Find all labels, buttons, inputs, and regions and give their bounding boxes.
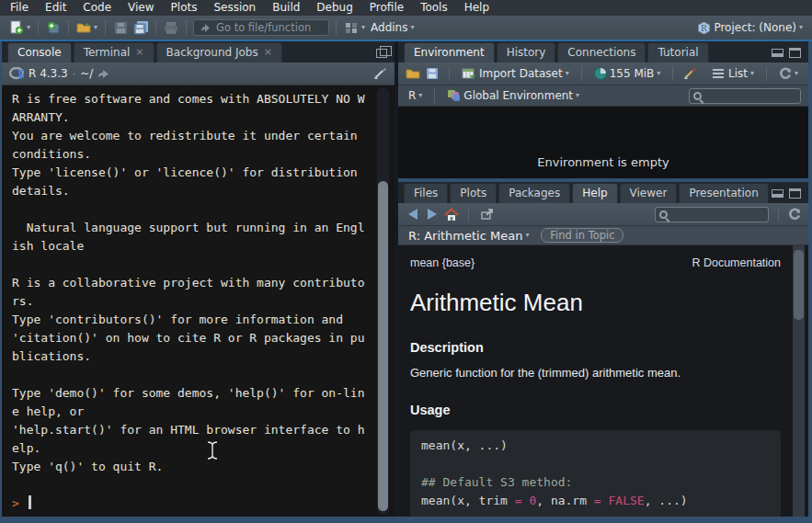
toolbar-separator [672, 66, 673, 81]
import-dataset-button[interactable]: Import Dataset ▾ [459, 63, 572, 84]
close-icon[interactable]: × [135, 48, 143, 57]
toolbar-separator [434, 88, 435, 103]
tab-tutorial[interactable]: Tutorial [647, 42, 708, 63]
r-version-label: R 4.3.3 [29, 67, 68, 80]
menu-build[interactable]: Build [264, 0, 308, 16]
minimize-pane-icon[interactable] [772, 49, 783, 57]
print-button[interactable] [161, 17, 181, 38]
tab-files[interactable]: Files [404, 183, 448, 203]
console-line: 'help.start()' for an HTML browser inter… [12, 421, 372, 439]
console-output[interactable]: R is free software and comes with ABSOLU… [2, 85, 395, 517]
chevron-down-icon: ▾ [27, 24, 30, 31]
memory-usage-button[interactable]: 155 MiB ▾ [591, 63, 664, 84]
tab-terminal[interactable]: Terminal × [74, 42, 154, 63]
help-topic-selector[interactable]: R: Arithmetic Mean ▾ [406, 225, 532, 245]
forward-icon[interactable] [425, 207, 440, 222]
save-all-button[interactable] [131, 17, 151, 38]
environment-pane: Environment History Connections Tutorial… [398, 41, 808, 178]
menu-session[interactable]: Session [205, 0, 264, 16]
new-project-button[interactable] [43, 17, 63, 38]
code-line [421, 455, 770, 473]
menu-tools[interactable]: Tools [412, 0, 456, 16]
console-line: R is free software and comes with ABSOLU… [12, 90, 372, 108]
help-search-input[interactable] [655, 207, 769, 222]
find-in-topic-input[interactable]: Find in Topic [541, 228, 623, 243]
tab-environment[interactable]: Environment [404, 42, 495, 63]
toolbar-separator [155, 20, 156, 35]
code-line: mean(x, trim = 0, na.rm = FALSE, ...) [421, 492, 770, 510]
save-workspace-icon[interactable] [425, 66, 440, 81]
console-line: Type 'demo()' for some demos, 'help()' f… [12, 384, 372, 403]
chevron-down-icon: ▾ [525, 232, 529, 239]
load-workspace-folder-icon[interactable] [406, 66, 420, 81]
clear-console-broom-icon[interactable] [372, 66, 387, 81]
project-button[interactable]: R Project: (None) ▾ [693, 17, 806, 38]
menu-file[interactable]: File [2, 0, 37, 16]
panes-layout-button[interactable]: ▾ [341, 17, 368, 38]
language-selector[interactable]: R ▾ [406, 85, 425, 106]
console-prompt-line[interactable]: > [12, 495, 372, 513]
chevron-down-icon: ▾ [566, 70, 569, 77]
tab-background-jobs[interactable]: Background Jobs × [156, 42, 282, 63]
save-button[interactable] [110, 17, 131, 38]
chevron-down-icon: ▾ [410, 24, 414, 31]
close-icon[interactable]: × [264, 48, 272, 57]
tab-history[interactable]: History [497, 42, 556, 63]
help-topic-label: R: Arithmetic Mean [408, 229, 522, 243]
code-line: mean(x, ...) [421, 437, 770, 455]
clear-objects-broom-icon[interactable] [682, 66, 697, 81]
chevron-down-icon: ▾ [657, 70, 660, 77]
open-file-button[interactable]: ▾ [74, 17, 100, 38]
minimize-pane-icon[interactable] [772, 189, 783, 198]
home-icon[interactable] [444, 207, 459, 222]
save-all-icon [133, 20, 148, 35]
menu-bar: File Edit Code View Plots Session Build … [0, 0, 812, 16]
environment-scope-selector[interactable]: Global Environment ▾ [444, 85, 582, 106]
tab-connections[interactable]: Connections [557, 42, 646, 63]
help-tabbar: Files Plots Packages Help Viewer Present… [398, 182, 808, 203]
console-line [12, 366, 372, 384]
help-scrollbar-thumb[interactable] [794, 250, 804, 320]
new-file-button[interactable]: ▾ [6, 17, 33, 38]
tab-packages-label: Packages [509, 187, 560, 199]
toolbar-separator [778, 207, 779, 222]
show-in-new-window-icon[interactable] [478, 207, 493, 222]
menu-help[interactable]: Help [456, 0, 497, 16]
working-directory-label[interactable]: ~/ [80, 67, 93, 80]
console-line: elp. [12, 439, 372, 458]
menu-edit[interactable]: Edit [37, 0, 74, 16]
refresh-icon[interactable] [788, 207, 801, 222]
menu-profile[interactable]: Profile [361, 0, 412, 16]
maximize-pane-icon[interactable] [789, 48, 801, 58]
restore-panes-icon[interactable] [376, 49, 387, 58]
tab-packages[interactable]: Packages [498, 183, 570, 203]
goto-file-function-input[interactable]: Go to file/function [193, 19, 329, 36]
console-line: details. [12, 182, 372, 200]
tab-terminal-label: Terminal [84, 46, 131, 59]
show-directory-icon[interactable] [97, 66, 109, 81]
menu-view[interactable]: View [120, 0, 162, 16]
save-icon [113, 20, 128, 35]
console-line: conditions. [12, 145, 372, 164]
tab-viewer[interactable]: Viewer [620, 183, 678, 203]
maximize-pane-icon[interactable] [789, 188, 801, 199]
console-line: Type 'license()' or 'licence()' for dist… [12, 164, 372, 182]
tab-plots[interactable]: Plots [450, 183, 497, 203]
display-mode-button[interactable]: List ▾ [708, 63, 757, 84]
addins-label: Addins [371, 21, 407, 34]
refresh-environment-button[interactable]: ▾ [776, 63, 801, 84]
code-comment-line: ## Default S3 method: [421, 473, 770, 492]
menu-debug[interactable]: Debug [308, 0, 360, 16]
menu-code[interactable]: Code [74, 0, 120, 16]
back-icon[interactable] [406, 207, 420, 222]
environment-search-input[interactable] [689, 88, 801, 104]
chevron-down-icon: ▾ [361, 24, 365, 31]
tab-help[interactable]: Help [572, 183, 617, 203]
toolbar-separator [336, 20, 337, 35]
menu-plots[interactable]: Plots [163, 0, 206, 16]
console-scrollbar-thumb[interactable] [378, 181, 388, 511]
memory-pie-icon [594, 67, 607, 80]
addins-button[interactable]: Addins ▾ [368, 17, 417, 38]
tab-console[interactable]: Console [7, 42, 72, 63]
tab-presentation[interactable]: Presentation [679, 183, 768, 203]
